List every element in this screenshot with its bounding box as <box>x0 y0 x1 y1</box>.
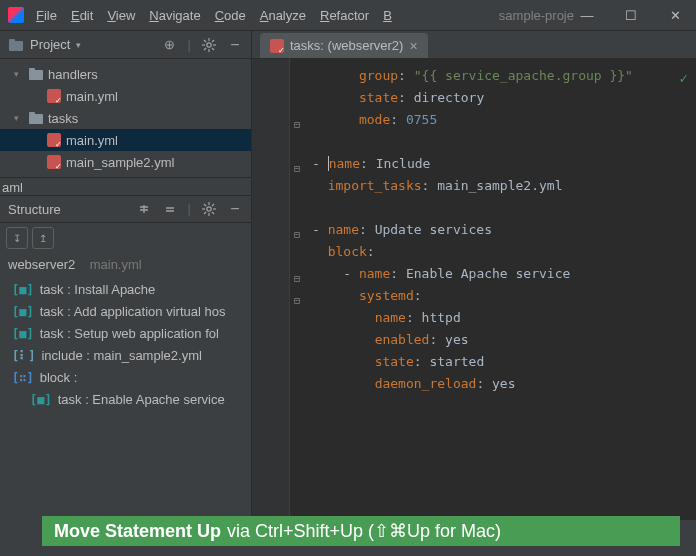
svg-line-23 <box>204 212 206 214</box>
inspection-ok-icon: ✓ <box>680 67 688 89</box>
fold-marker[interactable]: ⊟ <box>292 158 302 180</box>
structure-row[interactable]: [■]task : Enable Apache service <box>0 388 251 410</box>
maximize-button[interactable]: ☐ <box>618 8 644 23</box>
menu-code[interactable]: Code <box>215 8 246 23</box>
svg-point-2 <box>207 42 211 46</box>
structure-label: include : main_sample2.yml <box>41 348 201 363</box>
svg-rect-0 <box>9 41 23 51</box>
task-icon: [■] <box>12 282 34 297</box>
code-line: import_tasks: main_sample2.yml <box>312 175 696 197</box>
title-bar: FileEditViewNavigateCodeAnalyzeRefactorB… <box>0 0 696 31</box>
code-line: mode: 0755 <box>312 109 696 131</box>
tree-row[interactable]: main_sample2.yml <box>0 151 251 173</box>
breadcrumb-file: main.yml <box>90 257 142 272</box>
code-line: block: <box>312 241 696 263</box>
yaml-file-icon <box>270 39 284 53</box>
fold-marker[interactable]: ⊟ <box>292 114 302 136</box>
folder-icon <box>28 68 44 80</box>
svg-line-9 <box>212 40 214 42</box>
code-line: - name: Update services <box>312 219 696 241</box>
gear-icon[interactable] <box>201 37 217 53</box>
structure-row[interactable]: [⠇]include : main_sample2.yml <box>0 344 251 366</box>
menu-view[interactable]: View <box>107 8 135 23</box>
structure-tree[interactable]: [■]task : Install Apache[■]task : Add ap… <box>0 276 251 412</box>
menu-analyze[interactable]: Analyze <box>260 8 306 23</box>
menu-navigate[interactable]: Navigate <box>149 8 200 23</box>
code-line: state: started <box>312 351 696 373</box>
menu-file[interactable]: File <box>36 8 57 23</box>
code-line <box>312 197 696 219</box>
tree-caret[interactable]: ▾ <box>14 69 24 79</box>
close-icon[interactable]: × <box>409 38 417 54</box>
code-line <box>312 131 696 153</box>
yaml-file-icon <box>46 89 62 103</box>
sort-button-2[interactable]: ↥ <box>32 227 54 249</box>
code-line: systemd: <box>312 285 696 307</box>
tree-label: handlers <box>48 67 98 82</box>
window-controls: — ☐ ✕ <box>574 8 688 23</box>
code-editor[interactable]: ⊟⊟⊟⊟⊟ ✓ group: "{{ service_apache.group … <box>252 59 696 520</box>
project-icon <box>8 37 24 53</box>
structure-row[interactable]: [■]task : Setup web application fol <box>0 322 251 344</box>
dropdown-icon[interactable]: ▾ <box>76 40 81 50</box>
project-name: sample-proje <box>499 8 574 23</box>
yaml-file-icon <box>46 133 62 147</box>
collapse-all-icon[interactable] <box>136 201 152 217</box>
editor-tab[interactable]: tasks: (webserver2) × <box>260 33 428 58</box>
menu-refactor[interactable]: Refactor <box>320 8 369 23</box>
main-menu: FileEditViewNavigateCodeAnalyzeRefactorB <box>36 8 491 23</box>
menu-b[interactable]: B <box>383 8 392 23</box>
gear-icon[interactable] <box>201 201 217 217</box>
structure-label: task : Install Apache <box>40 282 156 297</box>
tree-label: main_sample2.yml <box>66 155 174 170</box>
tree-row[interactable]: ▾tasks <box>0 107 251 129</box>
menu-edit[interactable]: Edit <box>71 8 93 23</box>
structure-panel-header: Structure | − <box>0 195 251 223</box>
editor-area: tasks: (webserver2) × ⊟⊟⊟⊟⊟ ✓ group: "{{… <box>252 31 696 520</box>
structure-row[interactable]: [■]task : Add application virtual hos <box>0 300 251 322</box>
structure-breadcrumb: webserver2 main.yml <box>0 253 251 276</box>
project-panel-title: Project <box>30 37 70 52</box>
code-line: name: httpd <box>312 307 696 329</box>
select-opened-file-icon[interactable]: ⊕ <box>162 37 178 53</box>
svg-line-21 <box>212 212 214 214</box>
expand-all-icon[interactable] <box>162 201 178 217</box>
hide-icon[interactable]: − <box>227 201 243 217</box>
task-icon: [■] <box>12 304 34 319</box>
yaml-file-icon <box>46 155 62 169</box>
editor-tabs: tasks: (webserver2) × <box>252 31 696 59</box>
project-tree[interactable]: ▾handlersmain.yml▾tasksmain.ymlmain_samp… <box>0 59 251 177</box>
sidebar: Project ▾ ⊕ | − ▾handlersmain.yml▾tasksm… <box>0 31 252 520</box>
structure-row[interactable]: [■]task : Install Apache <box>0 278 251 300</box>
code-line: group: "{{ service_apache.group }}" <box>312 65 696 87</box>
shortcut-hint-bar: Move Statement Up via Ctrl+Shift+Up (⇧⌘U… <box>42 516 680 546</box>
tree-row[interactable]: ▾handlers <box>0 63 251 85</box>
tree-row[interactable]: main.yml <box>0 85 251 107</box>
structure-panel-title: Structure <box>8 202 61 217</box>
tab-label: tasks: (webserver2) <box>290 38 403 53</box>
svg-rect-1 <box>9 39 15 42</box>
fold-marker[interactable]: ⊟ <box>292 224 302 246</box>
hide-icon[interactable]: − <box>227 37 243 53</box>
fold-marker[interactable]: ⊟ <box>292 290 302 312</box>
structure-label: task : Setup web application fol <box>40 326 219 341</box>
tree-label: main.yml <box>66 133 118 148</box>
sort-button-1[interactable]: ↧ <box>6 227 28 249</box>
minimize-button[interactable]: — <box>574 8 600 23</box>
svg-point-15 <box>207 207 211 211</box>
structure-row[interactable]: [∷]block : <box>0 366 251 388</box>
fold-marker[interactable]: ⊟ <box>292 268 302 290</box>
svg-rect-14 <box>29 112 35 115</box>
code-line: daemon_reload: yes <box>312 373 696 395</box>
code-line: state: directory <box>312 87 696 109</box>
tree-label: tasks <box>48 111 78 126</box>
close-button[interactable]: ✕ <box>662 8 688 23</box>
tree-row[interactable]: main.yml <box>0 129 251 151</box>
tree-label: main.yml <box>66 89 118 104</box>
svg-line-10 <box>204 48 206 50</box>
svg-line-22 <box>212 204 214 206</box>
task-icon: [■] <box>30 392 52 407</box>
tree-caret[interactable]: ▾ <box>14 113 24 123</box>
project-panel-header: Project ▾ ⊕ | − <box>0 31 251 59</box>
code-line: - name: Include <box>312 153 696 175</box>
